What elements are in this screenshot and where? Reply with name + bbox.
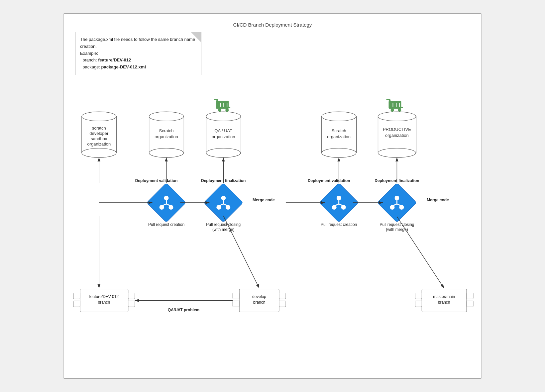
- cylinder-scratch-dev: scratch developer sandbox organization: [82, 112, 117, 157]
- svg-point-51: [322, 112, 356, 121]
- label-deploy-validation-right: Deployment validation: [308, 178, 350, 183]
- label-master-branch: master/main: [433, 295, 455, 299]
- branch-feature: feature/DEV-012 branch: [73, 289, 135, 312]
- label-develop-branch: develop: [252, 295, 266, 299]
- svg-rect-41: [128, 301, 135, 307]
- label-deploy-finalization-right: Deployment finalization: [375, 178, 419, 183]
- svg-point-4: [82, 112, 116, 121]
- svg-point-50: [322, 148, 356, 157]
- svg-point-13: [218, 108, 221, 112]
- label-pr-creation-right: Pull request creation: [321, 222, 357, 227]
- svg-point-61: [378, 112, 416, 121]
- svg-text:organization: organization: [155, 134, 178, 139]
- diamond-pr-closing-right: [377, 183, 417, 223]
- label-merge-code-right: Merge code: [427, 198, 449, 202]
- svg-text:organization: organization: [327, 134, 351, 139]
- label-pr-closing-left: Pull request closing: [206, 222, 241, 227]
- label-merge-code-left: Merge code: [253, 198, 275, 202]
- diagram-container: CI/CD Branch Deployment Strategy The pac…: [63, 13, 482, 379]
- svg-point-54: [390, 108, 394, 112]
- svg-point-55: [398, 108, 401, 112]
- cart-icon-qa: [214, 99, 230, 112]
- label-pr-closing-right: Pull request closing: [380, 222, 414, 227]
- svg-point-23: [164, 196, 169, 200]
- label-qa-problem: QA/UAT problem: [168, 308, 200, 312]
- svg-rect-46: [279, 293, 286, 299]
- svg-point-60: [378, 148, 416, 157]
- label-qa-uat: QA / UAT: [214, 128, 232, 133]
- svg-point-64: [337, 196, 341, 200]
- arrow-diamond4-to-master: [397, 217, 444, 288]
- diamond-pr-creation-right: [319, 183, 359, 223]
- svg-text:organization: organization: [87, 142, 111, 147]
- branch-develop: develop branch: [233, 289, 286, 312]
- label-pr-creation-left: Pull request creation: [148, 222, 184, 227]
- cylinder-scratch2: Scratch organization: [322, 112, 357, 157]
- svg-text:organization: organization: [212, 134, 235, 139]
- svg-rect-79: [415, 293, 422, 299]
- svg-rect-45: [233, 301, 239, 307]
- svg-text:sandbox: sandbox: [91, 136, 107, 141]
- svg-point-9: [149, 148, 184, 157]
- cylinder-scratch1: Scratch organization: [149, 112, 184, 157]
- arrow-diamond2-to-develop: [223, 216, 259, 288]
- svg-point-20: [206, 112, 241, 121]
- svg-rect-81: [467, 293, 473, 299]
- svg-point-30: [221, 196, 226, 200]
- svg-text:branch: branch: [253, 300, 266, 305]
- svg-rect-39: [73, 301, 80, 307]
- svg-text:developer: developer: [89, 131, 109, 136]
- diamond-pr-creation-left: [147, 183, 186, 223]
- svg-point-14: [225, 108, 229, 112]
- label-deploy-validation-left: Deployment validation: [135, 178, 178, 183]
- svg-text:branch: branch: [98, 300, 110, 305]
- label-deploy-finalization-left: Deployment finalization: [201, 178, 246, 183]
- label-scratch1: Scratch: [159, 128, 174, 133]
- branch-master: master/main branch: [415, 289, 473, 312]
- svg-point-3: [82, 148, 116, 157]
- cylinder-qa-uat: QA / UAT organization: [206, 112, 241, 157]
- svg-rect-38: [73, 293, 80, 299]
- svg-text:organization: organization: [385, 133, 409, 138]
- label-scratch2: Scratch: [332, 128, 346, 133]
- label-productive: PRODUCTIVE: [383, 127, 411, 132]
- cart-icon-prod: [387, 99, 402, 112]
- svg-rect-40: [128, 293, 135, 299]
- svg-text:branch: branch: [438, 300, 450, 305]
- svg-rect-47: [279, 301, 286, 307]
- svg-rect-82: [467, 301, 473, 307]
- svg-point-10: [149, 112, 184, 121]
- svg-point-19: [206, 148, 241, 157]
- svg-rect-80: [415, 301, 422, 307]
- label-feature-branch: feature/DEV-012: [89, 295, 119, 299]
- label-scratch-dev: scratch: [92, 126, 106, 131]
- cylinder-productive: PRODUCTIVE organization: [378, 112, 416, 157]
- svg-point-71: [394, 196, 399, 200]
- svg-rect-44: [233, 293, 239, 299]
- svg-text:(with merge): (with merge): [386, 227, 408, 232]
- diagram-svg: scratch developer sandbox organization S…: [63, 14, 482, 378]
